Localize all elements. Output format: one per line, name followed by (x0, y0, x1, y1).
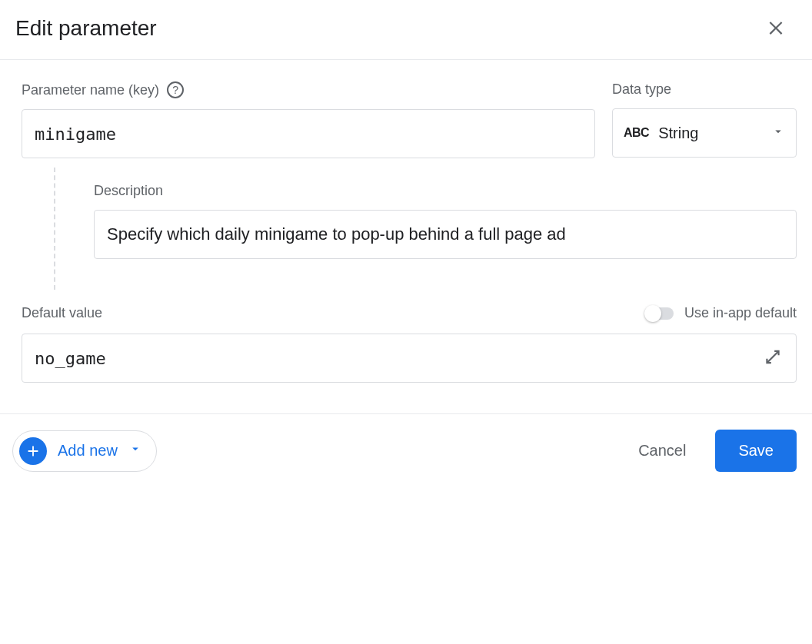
description-label: Description (94, 183, 797, 199)
description-inner: Description (55, 168, 797, 290)
caret-down-icon (771, 124, 785, 142)
data-type-select[interactable]: ABC String (612, 108, 797, 158)
add-new-label: Add new (58, 442, 118, 460)
description-input[interactable] (94, 210, 797, 259)
string-type-icon: ABC (624, 126, 649, 140)
default-value-section: Default value Use in-app default (22, 305, 797, 383)
parameter-name-input[interactable] (22, 109, 595, 158)
default-value-header: Default value Use in-app default (22, 305, 797, 321)
data-type-field: Data type ABC String (612, 81, 797, 158)
expand-button[interactable] (760, 344, 786, 373)
parameter-name-field: Parameter name (key) ? (22, 81, 595, 158)
use-in-app-default-wrap: Use in-app default (644, 305, 797, 321)
edit-parameter-dialog: Edit parameter Parameter name (key) ? Da… (0, 0, 812, 487)
data-type-selected: String (658, 124, 762, 142)
parameter-name-label: Parameter name (key) ? (22, 81, 595, 98)
save-button[interactable]: Save (715, 430, 797, 472)
default-value-input-wrap (22, 334, 797, 383)
tree-connector (22, 168, 55, 290)
expand-icon (763, 358, 783, 370)
default-value-label: Default value (22, 305, 644, 321)
caret-down-icon (128, 442, 142, 460)
dialog-title: Edit parameter (15, 16, 763, 41)
cancel-button[interactable]: Cancel (620, 431, 704, 470)
close-icon (766, 28, 786, 39)
plus-icon (19, 437, 47, 465)
close-button[interactable] (763, 14, 789, 42)
use-in-app-default-toggle[interactable] (644, 307, 674, 320)
description-section: Description (22, 168, 797, 290)
help-icon[interactable]: ? (167, 81, 184, 98)
name-type-row: Parameter name (key) ? Data type ABC Str… (22, 81, 797, 158)
dialog-body: Parameter name (key) ? Data type ABC Str… (0, 60, 812, 413)
dialog-footer: Add new Cancel Save (0, 413, 812, 487)
data-type-label: Data type (612, 81, 797, 98)
default-value-input[interactable] (22, 334, 797, 383)
add-new-button[interactable]: Add new (12, 430, 157, 472)
dialog-header: Edit parameter (0, 0, 812, 60)
parameter-name-label-text: Parameter name (key) (22, 82, 159, 98)
use-in-app-default-label: Use in-app default (684, 305, 797, 321)
